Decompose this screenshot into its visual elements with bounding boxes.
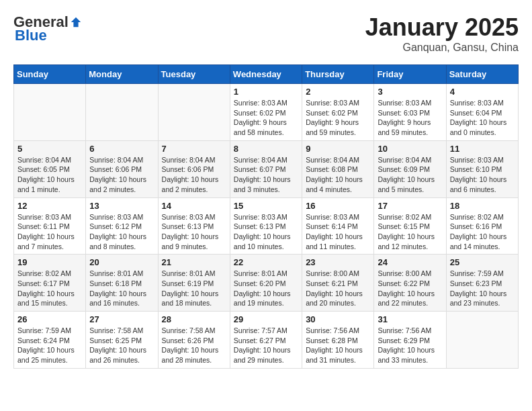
day-info: Sunrise: 8:00 AM Sunset: 6:21 PM Dayligh… — [306, 269, 370, 308]
calendar-cell: 14Sunrise: 8:03 AM Sunset: 6:13 PM Dayli… — [158, 197, 230, 255]
day-number: 28 — [162, 314, 226, 324]
day-number: 15 — [234, 201, 298, 211]
day-info: Sunrise: 8:04 AM Sunset: 6:06 PM Dayligh… — [162, 155, 226, 195]
calendar-cell — [158, 84, 230, 141]
day-info: Sunrise: 8:01 AM Sunset: 6:19 PM Dayligh… — [162, 269, 226, 308]
day-number: 21 — [162, 257, 226, 267]
day-number: 20 — [89, 257, 154, 267]
day-number: 27 — [89, 314, 154, 324]
day-number: 11 — [450, 144, 515, 154]
day-info: Sunrise: 8:02 AM Sunset: 6:16 PM Dayligh… — [450, 212, 515, 252]
calendar-cell: 3Sunrise: 8:03 AM Sunset: 6:03 PM Daylig… — [374, 84, 446, 141]
logo-blue-text: Blue — [15, 27, 47, 44]
day-info: Sunrise: 8:00 AM Sunset: 6:22 PM Dayligh… — [378, 269, 442, 308]
calendar-cell: 6Sunrise: 8:04 AM Sunset: 6:06 PM Daylig… — [86, 140, 158, 197]
calendar-cell: 23Sunrise: 8:00 AM Sunset: 6:21 PM Dayli… — [302, 255, 374, 312]
weekday-header: Thursday — [302, 65, 374, 84]
day-info: Sunrise: 8:04 AM Sunset: 6:07 PM Dayligh… — [234, 155, 298, 195]
day-number: 30 — [306, 314, 370, 324]
calendar-cell — [446, 312, 518, 369]
month-title: January 2025 — [365, 13, 519, 42]
calendar-cell: 9Sunrise: 8:04 AM Sunset: 6:08 PM Daylig… — [302, 140, 374, 197]
day-info: Sunrise: 8:01 AM Sunset: 6:18 PM Dayligh… — [89, 269, 154, 308]
calendar-cell: 7Sunrise: 8:04 AM Sunset: 6:06 PM Daylig… — [158, 140, 230, 197]
day-info: Sunrise: 8:03 AM Sunset: 6:03 PM Dayligh… — [378, 98, 442, 138]
day-info: Sunrise: 7:59 AM Sunset: 6:23 PM Dayligh… — [450, 269, 515, 308]
weekday-header: Saturday — [446, 65, 518, 84]
weekday-header: Friday — [374, 65, 446, 84]
calendar-week-row: 19Sunrise: 8:02 AM Sunset: 6:17 PM Dayli… — [14, 255, 519, 312]
day-number: 7 — [162, 144, 226, 154]
day-info: Sunrise: 8:03 AM Sunset: 6:13 PM Dayligh… — [162, 212, 226, 252]
calendar-cell: 17Sunrise: 8:02 AM Sunset: 6:15 PM Dayli… — [374, 197, 446, 255]
day-number: 29 — [234, 314, 298, 324]
calendar-cell: 20Sunrise: 8:01 AM Sunset: 6:18 PM Dayli… — [86, 255, 158, 312]
day-info: Sunrise: 8:04 AM Sunset: 6:06 PM Dayligh… — [89, 155, 154, 195]
weekday-header: Wednesday — [230, 65, 302, 84]
calendar-cell: 10Sunrise: 8:04 AM Sunset: 6:09 PM Dayli… — [374, 140, 446, 197]
day-number: 1 — [234, 87, 298, 97]
calendar-cell: 11Sunrise: 8:03 AM Sunset: 6:10 PM Dayli… — [446, 140, 518, 197]
day-number: 6 — [89, 144, 154, 154]
weekday-header-row: SundayMondayTuesdayWednesdayThursdayFrid… — [14, 65, 519, 84]
calendar-cell: 26Sunrise: 7:59 AM Sunset: 6:24 PM Dayli… — [14, 312, 86, 369]
calendar-cell: 30Sunrise: 7:56 AM Sunset: 6:28 PM Dayli… — [302, 312, 374, 369]
day-number: 19 — [17, 257, 82, 267]
day-info: Sunrise: 8:03 AM Sunset: 6:14 PM Dayligh… — [306, 212, 370, 252]
day-number: 17 — [378, 201, 442, 211]
day-number: 2 — [306, 87, 370, 97]
day-number: 16 — [306, 201, 370, 211]
day-info: Sunrise: 8:01 AM Sunset: 6:20 PM Dayligh… — [234, 269, 298, 308]
day-info: Sunrise: 8:03 AM Sunset: 6:11 PM Dayligh… — [17, 212, 82, 252]
calendar-cell: 18Sunrise: 8:02 AM Sunset: 6:16 PM Dayli… — [446, 197, 518, 255]
calendar-week-row: 26Sunrise: 7:59 AM Sunset: 6:24 PM Dayli… — [14, 312, 519, 369]
calendar-cell: 28Sunrise: 7:58 AM Sunset: 6:26 PM Dayli… — [158, 312, 230, 369]
calendar-cell: 1Sunrise: 8:03 AM Sunset: 6:02 PM Daylig… — [230, 84, 302, 141]
day-info: Sunrise: 8:03 AM Sunset: 6:10 PM Dayligh… — [450, 155, 515, 195]
day-info: Sunrise: 7:58 AM Sunset: 6:25 PM Dayligh… — [89, 326, 154, 365]
calendar-cell: 29Sunrise: 7:57 AM Sunset: 6:27 PM Dayli… — [230, 312, 302, 369]
logo-icon — [70, 16, 82, 28]
day-info: Sunrise: 8:02 AM Sunset: 6:15 PM Dayligh… — [378, 212, 442, 252]
calendar-week-row: 12Sunrise: 8:03 AM Sunset: 6:11 PM Dayli… — [14, 197, 519, 255]
calendar-cell: 19Sunrise: 8:02 AM Sunset: 6:17 PM Dayli… — [14, 255, 86, 312]
day-info: Sunrise: 8:03 AM Sunset: 6:13 PM Dayligh… — [234, 212, 298, 252]
calendar-cell: 16Sunrise: 8:03 AM Sunset: 6:14 PM Dayli… — [302, 197, 374, 255]
calendar-cell: 25Sunrise: 7:59 AM Sunset: 6:23 PM Dayli… — [446, 255, 518, 312]
day-number: 31 — [378, 314, 442, 324]
day-info: Sunrise: 8:02 AM Sunset: 6:17 PM Dayligh… — [17, 269, 82, 308]
calendar-cell — [14, 84, 86, 141]
day-number: 14 — [162, 201, 226, 211]
calendar-cell: 8Sunrise: 8:04 AM Sunset: 6:07 PM Daylig… — [230, 140, 302, 197]
day-info: Sunrise: 8:04 AM Sunset: 6:05 PM Dayligh… — [17, 155, 82, 195]
day-number: 23 — [306, 257, 370, 267]
svg-marker-0 — [71, 17, 81, 27]
day-info: Sunrise: 8:03 AM Sunset: 6:02 PM Dayligh… — [306, 98, 370, 138]
day-info: Sunrise: 7:59 AM Sunset: 6:24 PM Dayligh… — [17, 326, 82, 365]
day-number: 22 — [234, 257, 298, 267]
day-info: Sunrise: 7:56 AM Sunset: 6:28 PM Dayligh… — [306, 326, 370, 365]
calendar-cell: 2Sunrise: 8:03 AM Sunset: 6:02 PM Daylig… — [302, 84, 374, 141]
weekday-header: Sunday — [14, 65, 86, 84]
day-info: Sunrise: 8:03 AM Sunset: 6:12 PM Dayligh… — [89, 212, 154, 252]
calendar-cell: 12Sunrise: 8:03 AM Sunset: 6:11 PM Dayli… — [14, 197, 86, 255]
day-info: Sunrise: 7:58 AM Sunset: 6:26 PM Dayligh… — [162, 326, 226, 365]
calendar-cell: 24Sunrise: 8:00 AM Sunset: 6:22 PM Dayli… — [374, 255, 446, 312]
day-info: Sunrise: 8:04 AM Sunset: 6:09 PM Dayligh… — [378, 155, 442, 195]
day-number: 25 — [450, 257, 515, 267]
day-info: Sunrise: 7:56 AM Sunset: 6:29 PM Dayligh… — [378, 326, 442, 365]
day-number: 24 — [378, 257, 442, 267]
day-info: Sunrise: 8:03 AM Sunset: 6:02 PM Dayligh… — [234, 98, 298, 138]
calendar-cell: 13Sunrise: 8:03 AM Sunset: 6:12 PM Dayli… — [86, 197, 158, 255]
day-info: Sunrise: 8:04 AM Sunset: 6:08 PM Dayligh… — [306, 155, 370, 195]
calendar-cell: 5Sunrise: 8:04 AM Sunset: 6:05 PM Daylig… — [14, 140, 86, 197]
day-number: 12 — [17, 201, 82, 211]
day-info: Sunrise: 7:57 AM Sunset: 6:27 PM Dayligh… — [234, 326, 298, 365]
calendar-table: SundayMondayTuesdayWednesdayThursdayFrid… — [13, 64, 519, 369]
title-area: January 2025 Ganquan, Gansu, China — [365, 13, 519, 54]
logo: General Blue — [13, 13, 82, 44]
page-header: General Blue January 2025 Ganquan, Gansu… — [13, 13, 519, 54]
calendar-week-row: 5Sunrise: 8:04 AM Sunset: 6:05 PM Daylig… — [14, 140, 519, 197]
weekday-header: Tuesday — [158, 65, 230, 84]
day-number: 10 — [378, 144, 442, 154]
